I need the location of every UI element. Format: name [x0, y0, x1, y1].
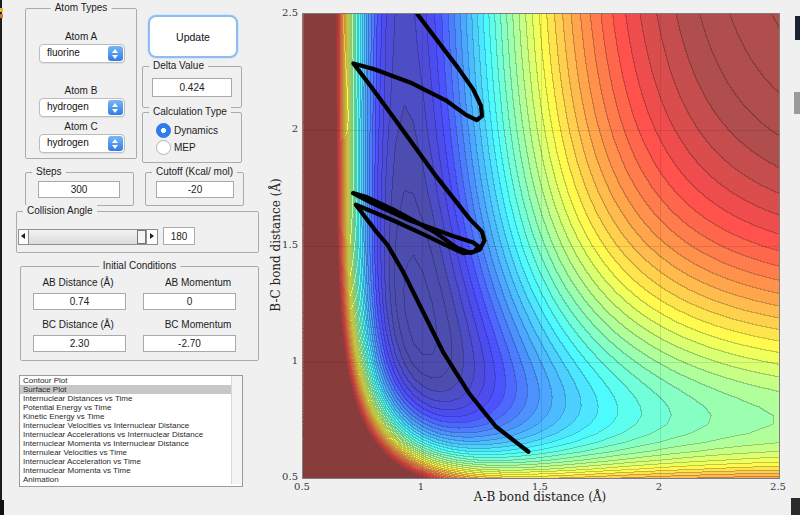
atom-a-value: fluorine: [47, 47, 80, 58]
app-window: Atom Types Atom A fluorine Atom B hydrog…: [0, 0, 800, 515]
update-button[interactable]: Update: [148, 15, 238, 58]
atom-b-value: hydrogen: [47, 101, 89, 112]
atom-a-dropdown[interactable]: fluorine: [39, 44, 125, 63]
list-item[interactable]: Internuclear Momenta vs Time: [20, 466, 242, 475]
potential-energy-surface-canvas[interactable]: [303, 14, 779, 478]
list-item[interactable]: Surface Plot: [20, 385, 242, 394]
atom-a-label: Atom A: [26, 31, 136, 42]
bc-momentum-label: BC Momentum: [143, 319, 253, 330]
contour-plot-area[interactable]: [302, 13, 780, 479]
bottom-right-artifact: [791, 498, 800, 515]
list-item[interactable]: Internuclear Distances vs Time: [20, 394, 242, 403]
left-edge-artifact: [0, 0, 2, 515]
delta-value-group: Delta Value: [142, 66, 242, 108]
calculation-type-title: Calculation Type: [149, 106, 231, 117]
plot-type-listbox[interactable]: Contour Plot Surface Plot Internuclear D…: [19, 375, 243, 487]
atom-c-value: hydrogen: [47, 137, 89, 148]
list-item[interactable]: Animation: [20, 475, 242, 484]
bottom-left-artifact: [0, 500, 4, 515]
list-item[interactable]: Contour Plot: [20, 376, 242, 385]
list-item[interactable]: Potential Energy vs Time: [20, 403, 242, 412]
cutoff-title: Cutoff (Kcal/ mol): [152, 166, 237, 177]
initial-conditions-group: Initial Conditions AB Distance (Å) AB Mo…: [20, 266, 259, 361]
atom-c-label: Atom C: [26, 121, 136, 132]
atom-c-dropdown[interactable]: hydrogen: [39, 134, 125, 153]
ab-distance-field[interactable]: [33, 293, 126, 310]
y-tick-label: 2.5: [268, 7, 298, 18]
y-axis-label: B-C bond distance (Å): [269, 145, 283, 345]
cutoff-group: Cutoff (Kcal/ mol): [145, 172, 244, 206]
ab-momentum-field[interactable]: [143, 293, 236, 310]
left-edge-dot-artifact: [0, 14, 3, 18]
mep-radio[interactable]: [156, 140, 171, 155]
steps-field[interactable]: [38, 181, 120, 198]
y-tick-label: 1: [268, 355, 298, 366]
mep-radio-label: MEP: [174, 142, 196, 153]
atom-b-label: Atom B: [26, 85, 136, 96]
atom-types-title: Atom Types: [51, 2, 112, 13]
left-edge-dot-artifact: [0, 8, 3, 12]
atom-b-dropdown[interactable]: hydrogen: [39, 98, 125, 117]
y-tick-label: 0.5: [268, 471, 298, 482]
y-tick-label: 2: [268, 123, 298, 134]
dropdown-chevrons-icon: [108, 46, 123, 61]
right-edge-artifact: [795, 16, 800, 40]
dynamics-radio[interactable]: [156, 123, 171, 138]
ab-distance-label: AB Distance (Å): [23, 277, 133, 288]
right-edge-artifact: [794, 92, 800, 114]
steps-group: Steps: [25, 172, 134, 206]
bc-momentum-field[interactable]: [143, 335, 236, 352]
right-arrow-icon: [150, 233, 154, 239]
dynamics-radio-label: Dynamics: [174, 125, 218, 136]
bc-distance-field[interactable]: [33, 335, 126, 352]
collision-angle-group: Collision Angle: [16, 211, 259, 253]
x-axis-label: A-B bond distance (Å): [390, 490, 690, 504]
listbox-scrollbar[interactable]: [231, 376, 242, 484]
list-item[interactable]: Internuclear Momenta vs Internuclear Dis…: [20, 439, 242, 448]
dropdown-chevrons-icon: [108, 136, 123, 151]
initial-conditions-title: Initial Conditions: [99, 260, 180, 271]
list-item[interactable]: Internuclear Velocities vs Internuclear …: [20, 421, 242, 430]
slider-right-arrow-button[interactable]: [146, 229, 158, 245]
collision-angle-title: Collision Angle: [23, 205, 97, 216]
delta-value-field[interactable]: [152, 78, 232, 97]
dropdown-chevrons-icon: [108, 100, 123, 115]
list-item[interactable]: Internuclear Accelerations vs Internucle…: [20, 430, 242, 439]
delta-value-title: Delta Value: [149, 60, 208, 71]
collision-angle-slider-thumb[interactable]: [137, 230, 146, 244]
steps-title: Steps: [32, 166, 66, 177]
x-tick-label: 2.5: [763, 481, 793, 492]
x-tick-label: 0.5: [287, 481, 317, 492]
bc-distance-label: BC Distance (Å): [23, 319, 133, 330]
cutoff-field[interactable]: [156, 181, 234, 198]
left-arrow-icon: [21, 233, 25, 239]
collision-angle-slider-track[interactable]: [28, 229, 148, 245]
list-item[interactable]: Internulear Velocities vs Time: [20, 448, 242, 457]
calculation-type-group: Calculation Type Dynamics MEP: [142, 112, 242, 163]
list-item[interactable]: Kinetic Energy vs Time: [20, 412, 242, 421]
collision-angle-field[interactable]: [163, 227, 195, 245]
list-item[interactable]: Internuclear Acceleration vs Time: [20, 457, 242, 466]
ab-momentum-label: AB Momentum: [143, 277, 253, 288]
atom-types-group: Atom Types Atom A fluorine Atom B hydrog…: [25, 8, 137, 159]
